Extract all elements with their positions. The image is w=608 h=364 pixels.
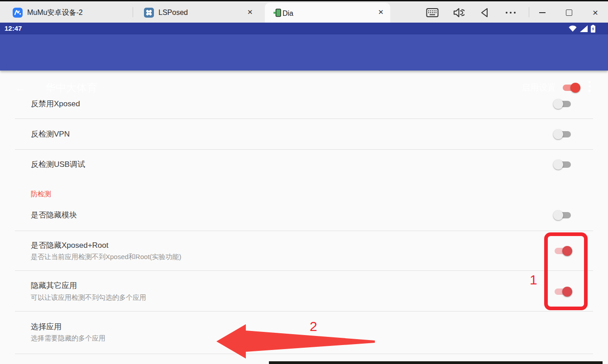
close-tab-icon[interactable]: ✕: [378, 8, 384, 16]
item-subtitle: 可以让该应用检测不到勾选的多个应用: [31, 293, 146, 302]
item-title: 反检测USB调试: [31, 159, 85, 170]
annotation-step-2: 2: [310, 319, 317, 334]
tab-label: Dia: [282, 9, 293, 18]
close-tab-icon[interactable]: ✕: [247, 8, 253, 16]
item-title: 是否隐藏Xposed+Root: [31, 240, 109, 251]
item-subtitle: 选择需要隐藏的多个应用: [31, 334, 105, 343]
keyboard-icon[interactable]: [425, 5, 440, 20]
list-item-select-apps[interactable]: 选择应用 选择需要隐藏的多个应用: [0, 312, 608, 354]
overflow-menu-icon[interactable]: [589, 81, 591, 92]
toggle-off[interactable]: [553, 129, 573, 140]
back-arrow-icon[interactable]: ←: [14, 80, 27, 95]
page-title: 华中大体育: [45, 81, 97, 95]
toggle-off[interactable]: [553, 99, 573, 109]
toggle-off[interactable]: [553, 210, 573, 221]
item-title: 反检测VPN: [31, 129, 70, 140]
android-status-bar: 12:47: [0, 23, 608, 34]
overflow-ellipsis-icon[interactable]: [503, 5, 518, 20]
tab-label: LSPosed: [158, 9, 188, 17]
list-item-anti-detect-vpn[interactable]: 反检测VPN: [0, 119, 608, 149]
mumu-emulator-window: MuMu安卓设备-2 LSPosed ✕: [0, 0, 608, 364]
close-icon[interactable]: ✕: [588, 5, 603, 20]
android-back-icon[interactable]: [477, 5, 493, 20]
divider: [15, 354, 593, 354]
mumu-logo-icon: [13, 8, 23, 18]
background-window-edge: [269, 361, 603, 364]
tab-dia-active[interactable]: Dia ✕: [265, 3, 390, 24]
maximize-icon[interactable]: [561, 5, 577, 20]
dia-app-icon: [273, 8, 282, 19]
wifi-icon: [569, 25, 577, 34]
list-item-hide-xposed-root[interactable]: 是否隐藏Xposed+Root 是否让当前应用检测不到Xposed和Root(实…: [0, 231, 608, 270]
list-item-hide-module[interactable]: 是否隐藏模块: [0, 201, 608, 231]
item-title: 选择应用: [31, 321, 62, 332]
item-title: 反禁用Xposed: [31, 99, 80, 109]
section-header: 防检测: [31, 189, 51, 199]
minimize-icon[interactable]: [535, 5, 550, 20]
list-item-anti-detect-usb[interactable]: 反检测USB调试: [0, 150, 608, 180]
item-title: 是否隐藏模块: [31, 210, 77, 221]
window-tab-bar: MuMu安卓设备-2 LSPosed ✕: [0, 1, 608, 23]
annotation-highlight-box: [544, 232, 588, 310]
tab-label: MuMu安卓设备-2: [27, 8, 83, 18]
enable-settings-label: 启用设置: [522, 83, 556, 93]
annotation-step-1: 1: [530, 272, 537, 288]
status-bar-time: 12:47: [5, 24, 22, 32]
volume-icon[interactable]: [451, 5, 466, 20]
toggle-off[interactable]: [553, 159, 573, 170]
controls-separator: [529, 7, 529, 17]
app-bar: ← 华中大体育 启用设置: [0, 34, 608, 71]
tab-separator: [133, 7, 133, 17]
cellular-icon: [580, 25, 588, 34]
settings-list: 反禁用Xposed 反检测VPN 反检测USB调试 防检测 是否隐藏模块 是否隐…: [0, 71, 608, 364]
item-subtitle: 是否让当前应用检测不到Xposed和Root(实验功能): [31, 252, 182, 261]
list-item-hide-other-apps[interactable]: 隐藏其它应用 可以让该应用检测不到勾选的多个应用: [0, 271, 608, 311]
lsposed-logo-icon: [144, 8, 154, 18]
tab-lsposed[interactable]: LSPosed ✕: [144, 3, 262, 23]
battery-icon: [591, 25, 595, 34]
enable-settings-toggle[interactable]: [561, 82, 581, 93]
tab-mumu-device[interactable]: MuMu安卓设备-2: [13, 3, 126, 23]
item-title: 隐藏其它应用: [31, 280, 77, 291]
